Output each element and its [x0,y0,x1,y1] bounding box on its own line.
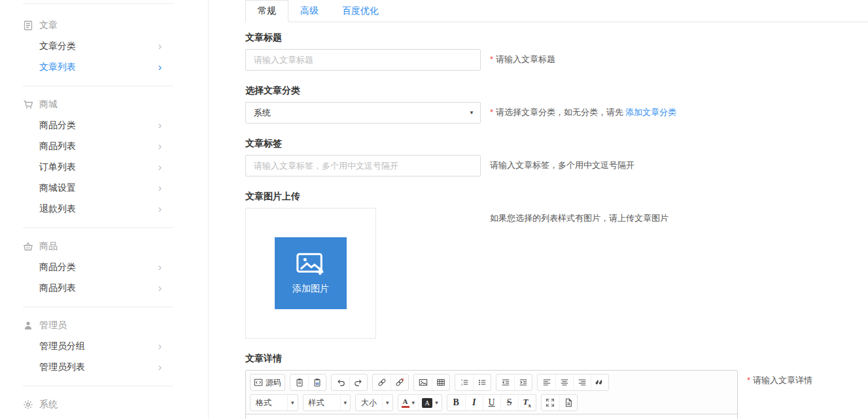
tab-general[interactable]: 常规 [245,0,288,22]
chevron-right-icon: › [158,262,162,273]
tags-label: 文章标签 [245,138,868,150]
divider [23,86,173,86]
paste-button[interactable] [290,374,308,391]
toolbar-row-1: 源码 [250,373,733,394]
align-left-button[interactable] [538,374,555,391]
sidebar-item-mall-settings[interactable]: 商城设置 › [23,178,173,199]
chevron-down-icon: ▾ [287,395,298,411]
strikethrough-button[interactable]: S [500,394,518,411]
chevron-right-icon: › [158,141,162,152]
sidebar-item-admin-group[interactable]: 管理员分组 › [23,336,173,357]
sidebar-item-product-category[interactable]: 商品分类 › [23,257,173,278]
image-button[interactable] [414,374,432,391]
category-select[interactable]: 系统 ▼ [245,102,481,124]
sidebar-section-admin[interactable]: 管理员 [23,315,173,336]
paste-word-button[interactable]: W [308,374,326,391]
form-row-detail: 文章详情 源码 [245,353,868,419]
chevron-right-icon: › [158,162,162,173]
divider [23,386,173,386]
required-asterisk: * [490,107,493,117]
tags-hint: 请输入文章标签，多个用中文逗号隔开 [490,155,634,176]
format-select[interactable]: 格式 ▾ [250,394,298,411]
sidebar-section-mall[interactable]: 商城 [23,94,173,115]
sidebar-item-article-category[interactable]: 文章分类 › [23,36,173,57]
title-label: 文章标题 [245,32,868,44]
font-size-select[interactable]: 大小 ▾ [355,394,393,411]
align-center-icon [560,378,569,387]
add-image-button[interactable]: 添加图片 [275,237,347,309]
italic-button[interactable]: I [465,394,483,411]
sidebar-item-product-list[interactable]: 商品列表 › [23,278,173,299]
maximize-button[interactable] [542,394,559,411]
editor-content-area[interactable] [246,414,737,419]
ordered-list-button[interactable]: 1 2 [455,374,473,391]
outdent-icon [501,378,510,387]
sidebar-item-order-list[interactable]: 订单列表 › [23,157,173,178]
maximize-icon [546,398,555,407]
form-row-image-upload: 文章图片上传 添加图片 如果您选择的列表样式有图片，请上传文章图片 [245,191,868,339]
sidebar-item-goods-category[interactable]: 商品分类 › [23,115,173,136]
admin-user-icon [23,320,33,331]
divider [23,307,173,307]
align-right-button[interactable] [573,374,591,391]
unordered-list-icon [477,378,487,387]
goods-basket-icon [23,241,33,252]
image-upload-label: 文章图片上传 [245,191,868,203]
outdent-button[interactable] [496,374,514,391]
chevron-right-icon: › [158,41,162,52]
sidebar-section-product[interactable]: 商品 [23,236,173,257]
category-hint: *请选择文章分类，如无分类，请先添加文章分类 [490,102,676,123]
remove-format-icon: Tx [523,397,530,409]
chevron-right-icon: › [158,183,162,193]
blockquote-button[interactable] [591,374,608,391]
sidebar-section-article[interactable]: 文章 [23,15,173,36]
table-button[interactable] [432,374,449,391]
align-center-button[interactable] [555,374,573,391]
tab-advanced[interactable]: 高级 [288,0,330,22]
sidebar-item-admin-list[interactable]: 管理员列表 › [23,357,173,378]
detail-label: 文章详情 [245,353,868,365]
redo-button[interactable] [349,374,367,391]
remove-format-button[interactable]: Tx [518,394,536,411]
underline-button[interactable]: U [483,394,500,411]
link-button[interactable] [373,374,391,391]
main-content: 常规 高级 百度优化 文章标题 *请输入文章标题 选择文章分类 系统 ▼ [209,0,868,419]
chevron-down-icon: ▾ [382,395,392,411]
undo-button[interactable] [332,374,349,391]
form-row-title: 文章标题 *请输入文章标题 [245,32,868,71]
sidebar-item-basic-info[interactable]: 基本信息 › [23,415,173,419]
show-blocks-button[interactable] [559,394,577,411]
indent-button[interactable] [514,374,532,391]
bold-button[interactable]: B [447,394,465,411]
text-color-button[interactable]: A ▾ [398,394,419,411]
detail-hint: *请输入文章详情 [747,370,812,391]
chevron-down-icon: ▾ [412,399,415,406]
toolbar-row-2: 格式 ▾ 样式 ▾ 大小 ▾ [250,394,733,414]
bg-color-button[interactable]: A ▾ [418,394,442,411]
divider [23,3,173,4]
tags-input[interactable] [245,155,481,176]
category-select-value: 系统 [254,108,271,118]
source-code-icon [254,378,263,387]
rich-text-editor: 源码 [245,370,738,419]
sidebar-item-goods-list[interactable]: 商品列表 › [23,136,173,157]
add-article-category-link[interactable]: 添加文章分类 [625,107,676,117]
unordered-list-button[interactable] [473,374,491,391]
article-icon [23,20,33,31]
source-button[interactable]: 源码 [251,374,285,391]
sidebar-item-article-list[interactable]: 文章列表 › [23,57,173,78]
insert-image-icon [419,378,428,387]
title-input[interactable] [245,49,481,71]
add-image-button-label: 添加图片 [292,283,329,295]
style-select[interactable]: 样式 ▾ [303,394,351,411]
chevron-right-icon: › [158,204,162,214]
unlink-button[interactable] [391,374,408,391]
bold-icon: B [453,397,459,408]
underline-icon: U [489,397,495,408]
tab-baidu-seo[interactable]: 百度优化 [330,0,391,22]
sidebar-item-refund-list[interactable]: 退款列表 › [23,199,173,220]
sidebar-section-system[interactable]: 系统 [23,394,173,415]
redo-icon [354,378,363,387]
background-color-icon: A [422,398,432,408]
form-row-tags: 文章标签 请输入文章标签，多个用中文逗号隔开 [245,138,868,176]
